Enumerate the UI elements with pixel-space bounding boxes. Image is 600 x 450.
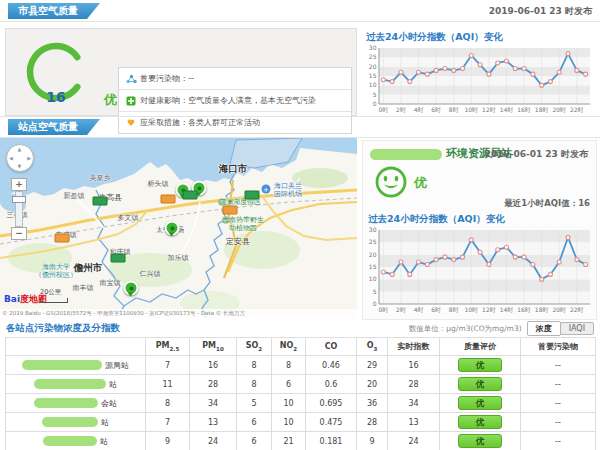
svg-text:8时: 8时 xyxy=(449,106,459,113)
map-place-label: 多文镇 xyxy=(118,214,139,222)
map-pan-control[interactable]: ▲ ▼ ◀ ▶ xyxy=(6,144,34,172)
value-cell: 13 xyxy=(388,413,440,432)
svg-text:16时: 16时 xyxy=(517,306,531,313)
map-attribution: © 2019 Baidu - GS(2018)5572号 - 甲测资字11009… xyxy=(0,309,357,318)
column-header: O3 xyxy=(357,338,388,356)
map-place-label: 海南大学 （儋州校区） xyxy=(35,263,77,279)
zoom-out-button[interactable]: − xyxy=(11,227,27,240)
map-place-label: 海口市 xyxy=(219,164,248,175)
map-zoom-slider[interactable]: + − xyxy=(11,178,27,240)
pan-down-icon[interactable]: ▼ xyxy=(18,164,22,169)
svg-text:30: 30 xyxy=(369,44,377,51)
quality-badge: 优 xyxy=(458,358,502,372)
station-aqi-line-chart: 0510152025300时2时4时6时8时10时12时14时16时18时20时… xyxy=(364,226,594,314)
svg-text:10时: 10时 xyxy=(464,106,478,113)
svg-text:4时: 4时 xyxy=(414,306,424,313)
publish-time: 2019-06-01 23 时发布 xyxy=(489,5,592,18)
svg-text:15: 15 xyxy=(369,263,377,270)
quality-eval-cell: 优 xyxy=(440,394,521,413)
value-cell: 0.181 xyxy=(306,432,357,450)
road-shield-icon xyxy=(245,191,260,200)
value-cell: 8 xyxy=(237,375,272,394)
pollutant-table: PM2.5PM10SO2NO2COO3实时指数质量评价首要污染物 源局站7168… xyxy=(5,337,596,450)
table-row: 会站8345100.6953634优-- xyxy=(6,394,596,413)
map-place-label: 新盈镇 xyxy=(64,192,85,200)
station-marker-icon[interactable] xyxy=(165,221,180,236)
station-chart-title: 过去24小时分指数（AQI）变化 xyxy=(368,213,505,226)
unit-note: 数值单位：μg/m3(CO为mg/m3) xyxy=(409,324,522,334)
aqi-info-box: 首要污染物： -- 对健康影响： 空气质量令人满意，基本无空气污染 ♥ 应采取措… xyxy=(118,67,352,134)
station-name-cell: 会站 xyxy=(6,394,146,413)
map-place-label: 定安县 xyxy=(226,237,250,246)
map-place-label: 桥头镇 xyxy=(148,180,169,188)
primary-pollutant-cell: -- xyxy=(521,432,596,450)
info-label: 对健康影响： xyxy=(140,95,188,106)
value-cell: 0.475 xyxy=(306,413,357,432)
smiley-face-icon xyxy=(374,165,408,199)
zoom-in-button[interactable]: + xyxy=(11,178,27,191)
info-value: 空气质量令人满意，基本无空气污染 xyxy=(188,95,316,106)
map-place-label: 美夏乡 xyxy=(90,174,111,182)
zoom-handle[interactable] xyxy=(12,196,26,203)
svg-text:22时: 22时 xyxy=(570,106,584,113)
value-cell: 7 xyxy=(146,356,190,375)
station-map[interactable]: ✈ 海口市儋州市临高县定安县美夏乡桥头镇新盈镇三都镇多文镇东成镇和庆镇南丰镇仁兴… xyxy=(0,138,357,318)
value-cell: 5 xyxy=(237,394,272,413)
health-icon xyxy=(125,96,137,106)
svg-text:0时: 0时 xyxy=(378,106,388,113)
value-cell: 7 xyxy=(146,413,190,432)
station-marker-icon[interactable] xyxy=(124,281,139,296)
value-cell: 8 xyxy=(272,356,306,375)
redaction-blur xyxy=(43,436,97,446)
value-cell: 21 xyxy=(272,432,306,450)
table-row: 源局站716880.462916优-- xyxy=(6,356,596,375)
svg-text:0时: 0时 xyxy=(378,306,388,313)
svg-text:10: 10 xyxy=(369,81,377,88)
value-cell: 10 xyxy=(272,394,306,413)
svg-text:20时: 20时 xyxy=(552,306,566,313)
pollutant-icon xyxy=(125,74,137,84)
value-cell: 6 xyxy=(237,413,272,432)
pan-right-icon[interactable]: ▶ xyxy=(27,156,31,161)
value-cell: 29 xyxy=(357,356,388,375)
quality-eval-cell: 优 xyxy=(440,375,521,394)
svg-text:20时: 20时 xyxy=(552,106,566,113)
quality-eval-cell: 优 xyxy=(440,413,521,432)
svg-text:5: 5 xyxy=(373,288,377,295)
value-cell: 10 xyxy=(272,413,306,432)
quality-eval-cell: 优 xyxy=(440,356,521,375)
value-cell: 9 xyxy=(357,432,388,450)
value-cell: 11 xyxy=(146,375,190,394)
primary-pollutant-cell: -- xyxy=(521,375,596,394)
measure-icon: ♥ xyxy=(125,118,137,128)
svg-text:2时: 2时 xyxy=(396,106,406,113)
primary-pollutant-cell: -- xyxy=(521,356,596,375)
value-cell: 6 xyxy=(237,432,272,450)
map-place-label: 儋州市 xyxy=(74,263,103,274)
section-header-city-air-quality: 市县空气质量 xyxy=(8,3,100,19)
column-header: NO2 xyxy=(272,338,306,356)
station-name-cell: 站 xyxy=(6,432,146,450)
svg-text:6时: 6时 xyxy=(431,106,441,113)
aqi-value: 16 xyxy=(36,89,76,105)
road-shield-icon xyxy=(223,206,238,215)
column-header: PM10 xyxy=(190,338,237,356)
svg-text:22时: 22时 xyxy=(570,306,584,313)
column-header: 首要污染物 xyxy=(521,338,596,356)
toggle-iaqi[interactable]: IAQI xyxy=(560,322,594,335)
pan-up-icon[interactable]: ▲ xyxy=(18,147,22,152)
table-row: 站7136100.4752813优-- xyxy=(6,413,596,432)
svg-text:12时: 12时 xyxy=(482,306,496,313)
info-value: -- xyxy=(188,74,194,83)
section-header-station-air-quality: 站点空气质量 xyxy=(8,119,100,135)
svg-text:12时: 12时 xyxy=(482,106,496,113)
map-place-label: 仁兴镇 xyxy=(140,270,161,278)
toggle-concentration[interactable]: 浓度 xyxy=(527,321,561,336)
pan-left-icon[interactable]: ◀ xyxy=(9,156,13,161)
table-row: 站1128860.62028优-- xyxy=(6,375,596,394)
health-effect-row: 对健康影响： 空气质量令人满意，基本无空气污染 xyxy=(119,90,351,112)
map-place-label: 南宝镇 xyxy=(100,279,121,287)
zoom-track[interactable] xyxy=(15,191,23,227)
svg-text:4时: 4时 xyxy=(414,106,424,113)
svg-text:10: 10 xyxy=(369,275,377,282)
